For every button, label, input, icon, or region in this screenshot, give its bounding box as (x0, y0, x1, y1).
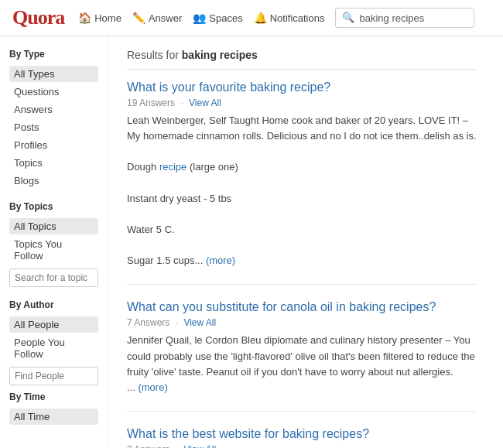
sidebar-item-profiles[interactable]: Profiles (9, 137, 98, 153)
by-author-title: By Author (9, 299, 98, 310)
result-meta-2: 7 Answers · View All (127, 317, 477, 328)
nav-notifications[interactable]: 🔔 Notifications (254, 12, 325, 24)
sidebar-item-posts[interactable]: Posts (9, 119, 98, 135)
result-item-3: What is the best website for baking reci… (127, 427, 477, 448)
results-header: Results for baking recipes (127, 49, 477, 70)
by-type-title: By Type (9, 49, 98, 60)
answer-icon: ✏️ (132, 12, 145, 24)
result-body-1: Leah Weinberger, Self Taught Home cook a… (127, 113, 477, 268)
nav-bar: 🏠 Home ✏️ Answer 👥 Spaces 🔔 Notification… (78, 8, 491, 28)
sidebar-item-all-time[interactable]: All Time (9, 409, 98, 425)
by-time-section: By Time All Time (9, 392, 98, 425)
nav-answer-label: Answer (149, 12, 182, 24)
result-item-2: What can you substitute for canola oil i… (127, 300, 477, 412)
result-meta-3: 3 Answers · View All (127, 444, 477, 448)
dot-3: · (176, 444, 178, 448)
topic-search-input[interactable] (9, 268, 98, 287)
sidebar-item-blogs[interactable]: Blogs (9, 173, 98, 189)
result-title-2[interactable]: What can you substitute for canola oil i… (127, 300, 477, 314)
search-icon: 🔍 (342, 12, 354, 24)
recipe-link-1[interactable]: recipe (159, 161, 186, 173)
nav-spaces[interactable]: 👥 Spaces (193, 12, 242, 24)
sidebar-item-people-you-follow[interactable]: People You Follow (9, 334, 98, 362)
nav-notifications-label: Notifications (270, 12, 325, 24)
sidebar-item-all-types[interactable]: All Types (9, 66, 98, 82)
sidebar-item-answers[interactable]: Answers (9, 101, 98, 118)
notifications-icon: 🔔 (254, 12, 267, 24)
result-title-1[interactable]: What is your favourite baking recipe? (127, 80, 477, 94)
result-body-2: Jennifer Quail, le Cordon Bleu diplomate… (127, 333, 477, 395)
sidebar-item-topics[interactable]: Topics (9, 155, 98, 171)
people-search-input[interactable] (9, 367, 98, 385)
sidebar-item-all-topics[interactable]: All Topics (9, 218, 98, 234)
dot-1: · (180, 97, 183, 108)
content-area: Results for baking recipes What is your … (108, 36, 495, 448)
by-time-title: By Time (9, 392, 98, 402)
logo[interactable]: Quora (12, 6, 64, 29)
result-answers-3: 3 Answers (127, 444, 169, 448)
nav-answer[interactable]: ✏️ Answer (132, 12, 182, 24)
main-layout: By Type All Types Questions Answers Post… (0, 36, 503, 448)
view-all-3[interactable]: View All (183, 444, 216, 448)
more-link-1[interactable]: (more) (206, 255, 235, 266)
home-icon: 🏠 (78, 12, 91, 24)
result-title-3[interactable]: What is the best website for baking reci… (127, 427, 477, 441)
nav-home[interactable]: 🏠 Home (78, 12, 121, 24)
search-bar[interactable]: 🔍 (335, 8, 474, 28)
results-prefix: Results for (127, 49, 182, 61)
result-item-1: What is your favourite baking recipe? 19… (127, 80, 477, 285)
sidebar: By Type All Types Questions Answers Post… (0, 36, 108, 448)
view-all-2[interactable]: View All (183, 317, 216, 328)
nav-spaces-label: Spaces (209, 12, 242, 24)
search-input[interactable] (359, 12, 467, 24)
dot-2: · (176, 317, 178, 328)
sidebar-item-all-people[interactable]: All People (9, 316, 98, 333)
sidebar-item-topics-you-follow[interactable]: Topics You Follow (9, 236, 98, 264)
nav-home-label: Home (94, 12, 121, 24)
view-all-1[interactable]: View All (189, 97, 221, 108)
spaces-icon: 👥 (193, 12, 206, 24)
results-query: baking recipes (182, 49, 258, 61)
result-meta-1: 19 Answers · View All (127, 97, 477, 108)
by-topics-title: By Topics (9, 201, 98, 212)
more-link-2[interactable]: (more) (138, 381, 167, 393)
sidebar-item-questions[interactable]: Questions (9, 84, 98, 100)
result-answers-2: 7 Answers (127, 317, 169, 328)
result-answers-1: 19 Answers (127, 97, 175, 108)
header: Quora 🏠 Home ✏️ Answer 👥 Spaces 🔔 Notifi… (0, 0, 503, 36)
